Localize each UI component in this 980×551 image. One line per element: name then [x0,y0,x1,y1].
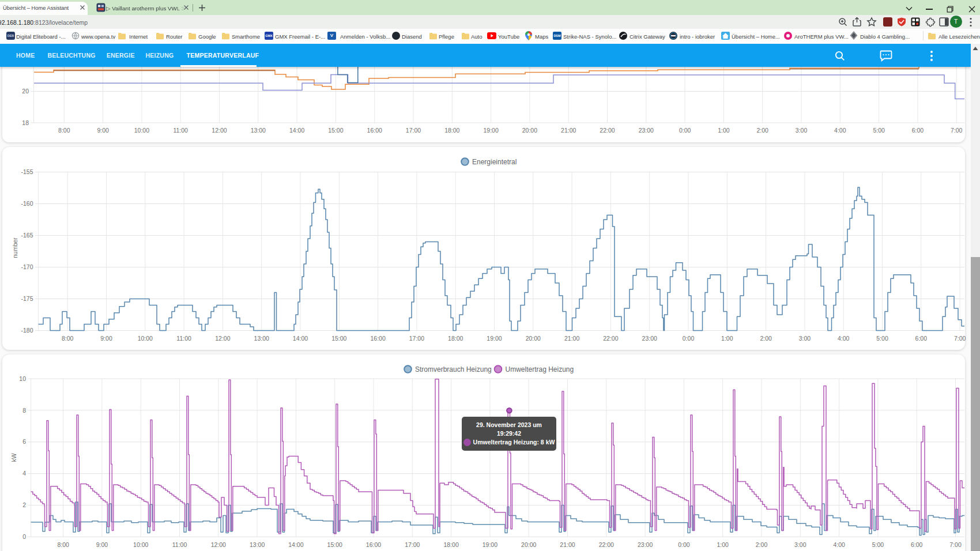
svg-text:8: 8 [22,407,26,414]
svg-text:7:00: 7:00 [954,335,966,342]
svg-text:10:00: 10:00 [134,127,149,134]
svg-text:1:00: 1:00 [717,541,729,548]
svg-text:number: number [12,237,18,258]
svg-text:12:00: 12:00 [212,127,227,134]
svg-text:0:00: 0:00 [679,127,691,134]
svg-text:15:00: 15:00 [328,127,343,134]
svg-text:Stromverbrauch Heizung: Stromverbrauch Heizung [415,365,492,373]
svg-text:16:00: 16:00 [370,335,385,342]
svg-text:12:00: 12:00 [215,335,230,342]
svg-text:Energieintetral: Energieintetral [472,158,517,166]
svg-text:-180: -180 [21,327,33,334]
svg-text:16:00: 16:00 [366,541,381,548]
svg-text:16:00: 16:00 [367,127,382,134]
svg-text:13:00: 13:00 [251,127,266,134]
svg-text:-170: -170 [21,263,33,270]
svg-text:6:00: 6:00 [915,335,928,342]
svg-text:0:00: 0:00 [683,335,695,342]
svg-text:13:00: 13:00 [250,541,265,548]
svg-text:17:00: 17:00 [405,541,420,548]
svg-text:17:00: 17:00 [406,127,421,134]
svg-text:7:00: 7:00 [949,541,962,548]
svg-text:19:00: 19:00 [483,541,497,548]
svg-text:10: 10 [19,375,26,382]
svg-text:14:00: 14:00 [293,335,308,342]
svg-text:12:00: 12:00 [211,541,226,548]
svg-text:23:00: 23:00 [642,335,657,342]
svg-text:14:00: 14:00 [288,541,303,548]
svg-text:5:00: 5:00 [876,335,888,342]
svg-text:21:00: 21:00 [561,127,576,134]
svg-text:-160: -160 [21,200,33,207]
svg-text:2:00: 2:00 [756,127,768,134]
svg-text:2:00: 2:00 [756,541,768,548]
svg-text:9:00: 9:00 [100,335,112,342]
svg-text:18:00: 18:00 [448,335,463,342]
svg-text:21:00: 21:00 [564,335,579,342]
svg-text:19:00: 19:00 [487,335,502,342]
svg-text:7:00: 7:00 [951,127,963,134]
svg-text:10:00: 10:00 [138,335,153,342]
svg-text:20: 20 [22,88,29,95]
svg-text:-155: -155 [21,168,33,175]
svg-text:-175: -175 [21,295,33,302]
svg-text:0: 0 [22,533,26,540]
svg-text:8:00: 8:00 [57,541,69,548]
svg-text:1:00: 1:00 [718,127,730,134]
svg-text:4:00: 4:00 [834,127,846,134]
svg-text:10:00: 10:00 [133,541,148,548]
svg-text:5:00: 5:00 [872,541,884,548]
svg-text:-165: -165 [21,232,33,239]
svg-text:19:00: 19:00 [483,127,498,134]
svg-text:15:00: 15:00 [327,541,342,548]
svg-text:4: 4 [22,470,26,477]
svg-text:2:00: 2:00 [760,335,772,342]
svg-text:8:00: 8:00 [58,127,70,134]
svg-text:20:00: 20:00 [521,541,536,548]
svg-text:9:00: 9:00 [97,127,109,134]
svg-text:20:00: 20:00 [522,127,537,134]
svg-text:18: 18 [22,119,29,126]
svg-text:11:00: 11:00 [176,335,191,342]
svg-text:18:00: 18:00 [444,127,459,134]
svg-text:3:00: 3:00 [794,541,806,548]
svg-text:22:00: 22:00 [599,541,614,548]
svg-text:6:00: 6:00 [912,127,924,134]
svg-text:4:00: 4:00 [833,541,845,548]
svg-text:0:00: 0:00 [678,541,690,548]
svg-text:15:00: 15:00 [331,335,346,342]
svg-text:11:00: 11:00 [172,541,187,548]
svg-text:4:00: 4:00 [838,335,850,342]
svg-text:18:00: 18:00 [443,541,458,548]
svg-text:5:00: 5:00 [873,127,885,134]
svg-text:21:00: 21:00 [560,541,575,548]
svg-text:14:00: 14:00 [289,127,304,134]
svg-text:3:00: 3:00 [799,335,811,342]
svg-text:kW: kW [10,453,17,462]
svg-text:11:00: 11:00 [173,127,188,134]
svg-text:22:00: 22:00 [603,335,618,342]
svg-text:13:00: 13:00 [254,335,269,342]
svg-text:22:00: 22:00 [600,127,615,134]
svg-text:8:00: 8:00 [62,335,74,342]
svg-text:9:00: 9:00 [96,541,108,548]
svg-text:1:00: 1:00 [721,335,733,342]
svg-text:17:00: 17:00 [409,335,424,342]
svg-text:6: 6 [22,438,26,445]
svg-text:20:00: 20:00 [526,335,541,342]
svg-text:2: 2 [22,501,26,508]
svg-text:6:00: 6:00 [911,541,923,548]
svg-text:3:00: 3:00 [796,127,808,134]
svg-text:23:00: 23:00 [639,127,654,134]
svg-text:Umweltertrag Heizung: Umweltertrag Heizung [506,365,574,373]
svg-text:23:00: 23:00 [638,541,653,548]
